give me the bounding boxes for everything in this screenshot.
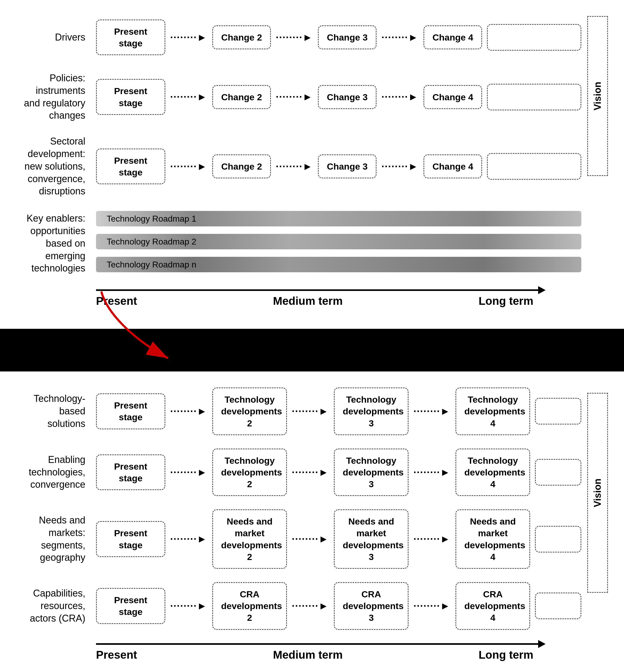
box-cra-0: Present stage	[96, 588, 165, 624]
arrow-cra-1	[292, 600, 329, 612]
arrow-ts-2	[413, 406, 451, 417]
row-content-tech-solutions: Present stage Technology developments 2 …	[96, 387, 581, 435]
roadmap-1: Technology Roadmap 1	[96, 211, 581, 226]
box-policies-0: Present stage	[96, 79, 165, 115]
label-long-top: Long term	[479, 295, 533, 308]
arrow-sectoral-2	[381, 161, 419, 172]
arrow-ts-0	[170, 406, 207, 417]
row-capabilities: Capabilities, resources, actors (CRA) Pr…	[21, 582, 581, 630]
vision-box-sectoral	[487, 153, 581, 180]
vision-box-cra	[535, 593, 581, 619]
vision-box-drivers	[487, 24, 581, 51]
label-enabling: Enabling technologies, convergence	[21, 454, 96, 491]
arrow-nm-2	[413, 533, 451, 545]
timeline-axis-bottom	[96, 643, 539, 645]
bottom-diagram: Vision Technology-based solutions Presen…	[0, 371, 624, 672]
arrow-nm-1	[292, 533, 329, 545]
row-content-needs: Present stage Needs and market developme…	[96, 509, 581, 569]
row-content-policies: Present stage Change 2 Change 3 Change 4	[96, 79, 581, 115]
box-sectoral-1: Change 2	[212, 154, 271, 178]
timeline-arrow-bottom	[538, 640, 546, 648]
arrow-policies-1	[276, 91, 313, 103]
arrow-en-0	[170, 467, 207, 478]
box-sectoral-2: Change 3	[318, 154, 376, 178]
arrow-policies-0	[170, 91, 207, 103]
row-drivers: Drivers Present stage Change 2 Change 3 …	[21, 16, 581, 59]
roadmap-content: Technology Roadmap 1 Technology Roadmap …	[96, 211, 581, 276]
vision-label-bottom: Vision	[587, 393, 608, 593]
box-nm-2: Needs and market developments 3	[334, 509, 409, 569]
box-cra-1: CRA developments 2	[212, 582, 287, 630]
box-ts-3: Technology developments 4	[456, 387, 530, 435]
row-content-capabilities: Present stage CRA developments 2 CRA dev…	[96, 582, 581, 630]
label-present-bottom: Present	[96, 649, 137, 661]
arrow-en-2	[413, 467, 451, 478]
vision-box-policies	[487, 84, 581, 110]
arrow-policies-2	[381, 91, 419, 103]
arrow-ts-1	[292, 406, 329, 417]
box-policies-1: Change 2	[212, 85, 271, 109]
label-drivers: Drivers	[21, 31, 96, 44]
label-sectoral: Sectoral development: new solutions, con…	[21, 135, 96, 198]
box-cra-3: CRA developments 4	[456, 582, 530, 630]
box-drivers-2: Change 3	[318, 25, 376, 49]
timeline-labels-bottom: Present Medium term Long term	[96, 649, 539, 661]
row-enabling: Enabling technologies, convergence Prese…	[21, 448, 581, 496]
arrow-drivers-1	[276, 32, 313, 43]
timeline-line-container-bottom	[96, 643, 539, 645]
vision-box-en	[535, 459, 581, 486]
box-nm-3: Needs and market developments 4	[456, 509, 530, 569]
box-en-1: Technology developments 2	[212, 448, 287, 496]
red-arrow	[80, 286, 187, 366]
box-sectoral-0: Present stage	[96, 149, 165, 184]
label-medium-top: Medium term	[137, 295, 479, 308]
arrow-drivers-0	[170, 32, 207, 43]
label-needs: Needs and markets: segments, geography	[21, 514, 96, 564]
top-diagram: Vision Drivers Present stage Change 2 Ch…	[0, 0, 624, 329]
timeline-bottom: Present Medium term Long term	[21, 643, 581, 661]
row-policies: Policies: instruments and regulatory cha…	[21, 72, 581, 122]
arrow-cra-2	[413, 600, 451, 612]
box-ts-0: Present stage	[96, 393, 165, 429]
row-content-sectoral: Present stage Change 2 Change 3 Change 4	[96, 149, 581, 184]
row-content-enabling: Present stage Technology developments 2 …	[96, 448, 581, 496]
vision-box-ts	[535, 398, 581, 424]
label-tech-solutions: Technology-based solutions	[21, 392, 96, 430]
box-ts-2: Technology developments 3	[334, 387, 409, 435]
arrow-cra-0	[170, 600, 207, 612]
box-drivers-1: Change 2	[212, 25, 271, 49]
row-tech-solutions: Technology-based solutions Present stage…	[21, 387, 581, 435]
label-enablers: Key enablers: opportunities based on eme…	[21, 212, 96, 275]
box-sectoral-3: Change 4	[423, 154, 482, 178]
row-needs: Needs and markets: segments, geography P…	[21, 509, 581, 569]
row-content-drivers: Present stage Change 2 Change 3 Change 4	[96, 20, 581, 55]
arrow-drivers-2	[381, 32, 419, 43]
arrow-nm-0	[170, 533, 207, 545]
label-long-bottom: Long term	[479, 649, 533, 661]
vision-box-nm	[535, 526, 581, 552]
arrow-sectoral-0	[170, 161, 207, 172]
row-sectoral: Sectoral development: new solutions, con…	[21, 135, 581, 198]
box-drivers-0: Present stage	[96, 20, 165, 55]
vision-label-top: Vision	[587, 16, 608, 176]
timeline-arrow	[538, 286, 546, 294]
label-capabilities: Capabilities, resources, actors (CRA)	[21, 587, 96, 624]
box-policies-3: Change 4	[423, 85, 482, 109]
box-drivers-3: Change 4	[423, 25, 482, 49]
box-cra-2: CRA developments 3	[334, 582, 409, 630]
box-policies-2: Change 3	[318, 85, 376, 109]
box-nm-0: Present stage	[96, 521, 165, 557]
label-medium-bottom: Medium term	[137, 649, 479, 661]
box-ts-1: Technology developments 2	[212, 387, 287, 435]
box-en-0: Present stage	[96, 455, 165, 490]
roadmap-n: Technology Roadmap n	[96, 257, 581, 272]
roadmap-2: Technology Roadmap 2	[96, 234, 581, 249]
arrow-en-1	[292, 467, 329, 478]
box-en-2: Technology developments 3	[334, 448, 409, 496]
row-roadmaps: Key enablers: opportunities based on eme…	[21, 211, 581, 276]
box-en-3: Technology developments 4	[456, 448, 530, 496]
arrow-sectoral-1	[276, 161, 313, 172]
label-policies: Policies: instruments and regulatory cha…	[21, 72, 96, 122]
box-nm-1: Needs and market developments 2	[212, 509, 287, 569]
